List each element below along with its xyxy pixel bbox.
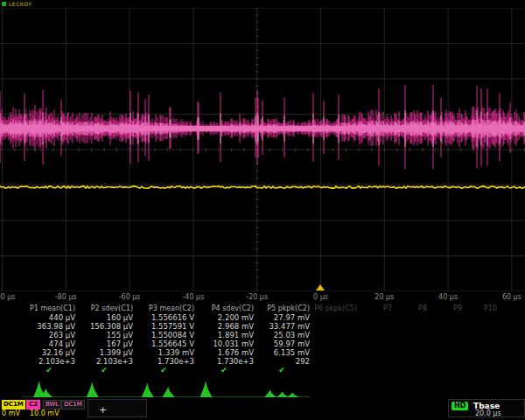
measure-column: P4 sdev(C2)2.200 mV2.968 mV1.891 mV10.03… [194,304,254,374]
add-trace-button[interactable]: + [88,399,147,417]
measure-value: 1.399 µV [100,348,133,357]
c1-coupling-badge[interactable]: DC1M [2,400,25,410]
measure-value: 155 µV [107,331,133,340]
measure-value: 440 µV [49,313,75,322]
measure-value: 474 µV [49,340,75,348]
time-axis: -100 µs-80 µs-60 µs-40 µs-20 µs0 µs20 µs… [0,291,525,304]
measure-value: 1.550084 V [151,331,194,340]
measure-value: 2.103e+3 [96,357,133,366]
measure-column: P8 [392,304,427,366]
brand-label: LECROY [9,1,32,7]
measure-value: 32.16 µV [42,348,75,357]
measure-header-1[interactable]: P1 mean(C1) [30,304,75,313]
measure-column: P3 mean(C2)1.556616 V1.557591 V1.550084 … [133,304,194,374]
measure-value: 10.031 mV [213,340,254,348]
measure-value: 25.03 mV [274,331,310,340]
time-axis-label: -80 µs [55,293,77,301]
measure-header-4[interactable]: P4 sdev(C2) [212,304,254,313]
measure-status-ok-icon: ✔ [220,366,228,374]
measure-header-3[interactable]: P3 mean(C2) [149,304,194,313]
time-axis-label: 20 µs [374,293,394,301]
time-axis-label: -60 µs [119,293,141,301]
measure-status-ok-icon: ✔ [101,366,108,374]
waveform-canvas [0,8,525,291]
measure-value: 167 µV [107,340,133,348]
time-axis-label: -100 µs [0,293,15,301]
measure-column: P1 mean(C1)440 µV363.98 µV263 µV474 µV32… [23,304,75,374]
measure-column: P7 [357,304,392,366]
channel-c2-button[interactable]: C2 [26,400,40,410]
measure-value: 27.97 mV [274,313,310,322]
measure-column: P5 pkpk(C2)27.97 mV33.477 mV25.03 mV59.9… [254,304,310,374]
brand-mark-icon [2,2,6,6]
time-axis-label: -20 µs [246,293,268,301]
measure-value: 1.676 mV [218,348,254,357]
measurement-table: P1 mean(C1)440 µV363.98 µV263 µV474 µV32… [0,304,525,374]
histicon[interactable] [133,374,194,397]
c2-coupling-badge[interactable]: DC1M [61,400,85,410]
plus-icon: + [99,404,107,416]
measure-column: P9 [427,304,462,366]
time-axis-label: 0 µs [313,293,328,301]
histicon[interactable] [23,374,75,397]
measurement-histicons [0,374,525,399]
measure-header-5[interactable]: P5 pkpk(C2) [267,304,310,313]
measure-status-ok-icon: ✔ [160,366,167,374]
trigger-time-marker-icon[interactable] [316,284,325,290]
measure-status-ok-icon: ✔ [46,366,52,374]
measure-value: 2.968 mV [218,322,254,331]
time-axis-label: -40 µs [182,293,204,301]
timebase-descriptor[interactable]: HD Tbase 20.0 µs [448,399,525,417]
timebase-per-div: 20.0 µs [475,410,501,417]
measure-value: 2.103e+3 [38,357,75,366]
measure-header-9[interactable]: P9 [453,304,462,313]
measure-value: 160 µV [107,313,133,322]
measure-value: 292 [296,357,310,366]
measure-header-7[interactable]: P7 [383,304,392,313]
measure-value: 363.98 µV [37,322,75,331]
measure-header-8[interactable]: P8 [418,304,427,313]
measure-column: P10 [462,304,497,366]
measure-column: P6 pkpk(C5) [310,304,357,366]
waveform-display[interactable] [0,8,525,291]
histicon[interactable] [194,374,254,397]
measure-value: 1.556645 V [151,340,194,348]
histicon[interactable] [254,374,310,397]
measure-value: 1.730e+3 [217,357,254,366]
oscilloscope-screen: LECROY -100 µs-80 µs-60 µs-40 µs-20 µs0 … [0,0,525,420]
c1-offset-fragment: 0 mV [2,410,20,417]
measure-value: 1.891 mV [218,331,254,340]
histicon[interactable] [75,374,133,397]
c1-scale-value: 10.0 mV [30,410,60,417]
measure-value: 156.308 µV [90,322,133,331]
measure-value: 1.730e+3 [158,357,194,366]
measure-header-2[interactable]: P2 sdev(C1) [91,304,133,313]
measure-value: 6.135 mV [274,348,310,357]
measure-value: 59.97 mV [274,340,310,348]
channel-strip: DC1M C2 BWL DC1M 0 mV 10.0 mV + HD Tbase… [0,399,525,418]
time-axis-label: 60 µs [502,293,522,301]
measure-value: 1.339 mV [158,348,194,357]
measure-value: 2.200 mV [218,313,254,322]
measure-value: 1.556616 V [151,313,194,322]
measure-value: 33.477 mV [269,322,310,331]
measure-header-6[interactable]: P6 pkpk(C5) [314,304,357,313]
measure-value: 1.557591 V [151,322,194,331]
c2-bandwidth-limit-badge[interactable]: BWL [43,400,61,410]
measure-value: 263 µV [49,331,75,340]
hd-mode-badge: HD [452,402,468,410]
time-axis-label: 40 µs [438,293,458,301]
measure-status-ok-icon: ✔ [278,366,285,374]
measure-column: P2 sdev(C1)160 µV156.308 µV155 µV167 µV1… [75,304,133,374]
top-strip: LECROY [0,0,525,8]
measure-header-10[interactable]: P10 [484,304,497,313]
